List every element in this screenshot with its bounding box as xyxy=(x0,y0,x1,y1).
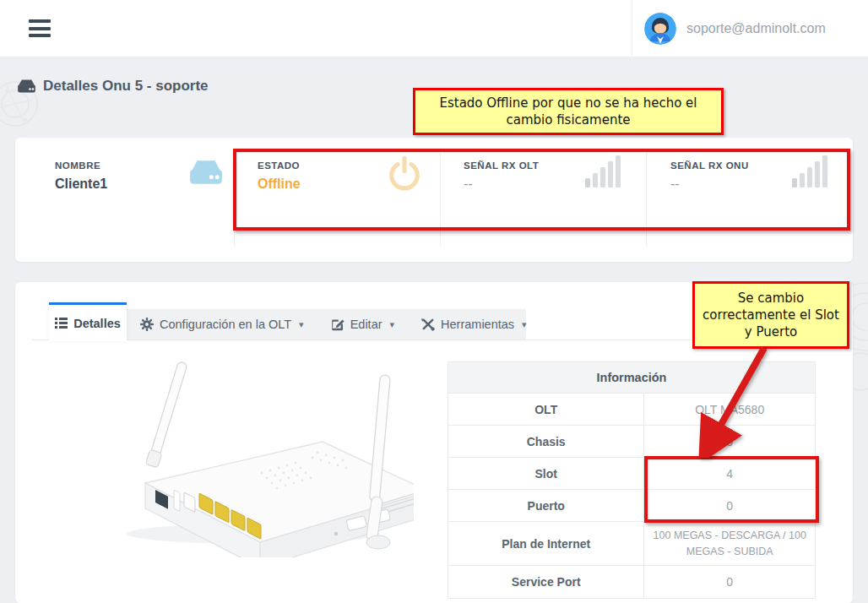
tab-label: Detalles xyxy=(73,317,121,330)
user-menu[interactable]: soporte@adminolt.com xyxy=(632,0,868,57)
row-label: Chasis xyxy=(448,426,644,457)
onu-device-icon xyxy=(17,79,36,94)
tab-configuracion-olt[interactable]: Configuración en la OLT ▾ xyxy=(127,318,317,331)
tab-detalles[interactable]: Detalles xyxy=(49,302,127,341)
chevron-down-icon: ▾ xyxy=(522,319,527,330)
row-label: Puerto xyxy=(448,490,644,521)
annotation-estado-offline: Estado Offline por que no se ha hecho el… xyxy=(413,88,724,135)
row-label: OLT xyxy=(448,394,644,425)
tools-icon xyxy=(421,318,435,331)
tab-label: Herramientas xyxy=(441,318,514,331)
list-icon xyxy=(55,318,68,329)
row-label: Service Port xyxy=(448,566,644,598)
tab-label: Editar xyxy=(350,318,382,331)
row-value: 100 MEGAS - DESCARGA / 100 MEGAS - SUBID… xyxy=(644,522,815,565)
avatar xyxy=(644,13,676,45)
row-label: Plan de Internet xyxy=(448,522,644,565)
chevron-down-icon: ▾ xyxy=(299,319,304,330)
table-row: Plan de Internet 100 MEGAS - DESCARGA / … xyxy=(448,522,815,566)
highlight-rect-slot-puerto xyxy=(644,456,819,523)
top-header: soporte@adminolt.com xyxy=(0,0,868,57)
router-icon xyxy=(188,159,224,186)
status-field-nombre: NOMBRE Cliente1 xyxy=(55,138,232,262)
row-value: 0 xyxy=(644,566,815,598)
menu-toggle-button[interactable] xyxy=(29,19,52,38)
tab-label: Configuración en la OLT xyxy=(160,318,291,331)
edit-icon xyxy=(331,318,344,331)
row-label: Slot xyxy=(448,458,644,489)
tab-herramientas[interactable]: Herramientas ▾ xyxy=(408,318,540,331)
tab-strip: Configuración en la OLT ▾ Editar ▾ Herra… xyxy=(127,309,526,340)
user-email: soporte@adminolt.com xyxy=(686,21,826,36)
annotation-arrow xyxy=(667,340,777,458)
annotation-slot-puerto: Se cambio correctamente el Slot y Puerto xyxy=(692,281,849,349)
chevron-down-icon: ▾ xyxy=(390,319,395,330)
tab-editar[interactable]: Editar ▾ xyxy=(317,318,408,331)
onu-product-image xyxy=(93,355,414,557)
page-title: Detalles Onu 5 - soporte xyxy=(43,78,209,95)
gear-icon xyxy=(140,318,154,331)
table-row: Service Port 0 xyxy=(448,566,815,598)
hamburger-icon xyxy=(29,19,51,23)
highlight-rect-status xyxy=(233,149,850,231)
